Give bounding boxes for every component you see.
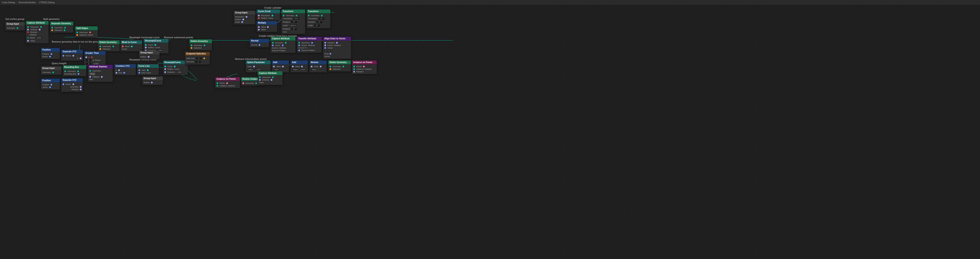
- section-remove-inter: Remove intermediate points: [235, 58, 267, 60]
- curve-line-node[interactable]: Curve Line Start End Curve: [137, 64, 159, 75]
- transform-node-1[interactable]: Transform Geometry Translation 0 m Rotat…: [282, 10, 305, 34]
- separate-geom-body: Geometry Selection: [50, 25, 73, 33]
- delete-geom-body-1: Geometry Selection: [98, 44, 120, 51]
- capture-attr-node-3[interactable]: Capture Attribute Geometry Vector Source…: [270, 37, 296, 53]
- group-input-header-2: Group Input: [139, 51, 160, 54]
- breadcrumb-sep-2: ›: [37, 1, 38, 4]
- transform-body-1: Geometry Translation 0 m Rotation 0° Sca…: [282, 13, 305, 34]
- group-input-body-1: Geometry: [5, 26, 25, 30]
- resample-curve-v-header: ResampleCurve: [163, 61, 188, 64]
- modulo-body: Value Value: [310, 64, 327, 72]
- transfer-attr-node[interactable]: Transfer Attribute Geometry Vector Attri…: [297, 37, 322, 53]
- endpoint-sel-body: Start Size 1 End Size 1: [185, 56, 210, 65]
- normal-header: Normal: [250, 39, 269, 43]
- instance-on-pts-body-1: Points Instance Instance: [215, 81, 240, 88]
- transform-body-2: Geometry Translation 0° Rotation 0° Scal…: [307, 13, 330, 28]
- multiply-node[interactable]: Multiply Value Value: [257, 21, 277, 32]
- group-input-node-4[interactable]: Group Input Geometry: [41, 66, 62, 75]
- position-header-1: Position: [41, 48, 60, 52]
- delete-geom-node-2[interactable]: Delete Geometry Geometry Selection: [189, 39, 212, 50]
- mesh-to-curve-node[interactable]: Mesh to Curve Mesh Curve: [121, 40, 142, 51]
- instance-on-pts-node-1[interactable]: Instance on Points Points Instance Insta…: [215, 77, 240, 88]
- resample-curve-h-header: ResampleCurve: [144, 39, 169, 43]
- multiply-header: Multiply: [257, 21, 277, 25]
- group-input-node-1[interactable]: Group Input Geometry: [5, 22, 25, 30]
- separate-xyz-header-1: Separate XYZ: [61, 50, 83, 53]
- section-split-geom: Split geometry: [43, 18, 59, 20]
- add-node-1[interactable]: Add Value Value: [272, 61, 289, 72]
- split-edges-header: Split Edges: [75, 26, 98, 30]
- align-euler-body: Rotation Factor Rotation Vector X: 1 Z: …: [323, 40, 351, 59]
- delete-geom-header-2: Delete Geometry: [189, 39, 212, 43]
- instance-on-pts-header-2: Instance on Points: [352, 61, 377, 64]
- position-node-2[interactable]: Position Position Vector: [41, 78, 60, 90]
- capture-attr-body-3: Geometry Vector Source Attribute Source …: [270, 40, 296, 53]
- group-input-ci-header: Group Input: [234, 11, 255, 14]
- separate-geom-header: Separate Geometry: [50, 22, 73, 25]
- breadcrumb-debug[interactable]: 270829.Debug: [39, 1, 54, 4]
- group-input-node-3[interactable]: Group Input Radius: [142, 77, 163, 85]
- capture-attr-node-1[interactable]: Capture Attribute Geometry Attribute Boo…: [26, 21, 49, 43]
- capture-attr-header-2: Capture Attribute: [258, 71, 283, 75]
- delete-geom-body-3: Geometry Selection: [328, 64, 351, 72]
- greater-than-node[interactable]: Greater Than A 0 B Result 0 0.094: [84, 51, 106, 67]
- spline-param-node[interactable]: Spline Parameter Index Value 1.000: [246, 61, 270, 72]
- group-input-ci-node[interactable]: Group Input Resolution Radius Scale: [234, 11, 255, 24]
- modulo-node[interactable]: Modulo Value Value: [310, 61, 327, 72]
- instance-on-pts-header-1: Instance on Points: [215, 77, 240, 81]
- breadcrumb-cube[interactable]: Cube.Debug: [2, 1, 15, 4]
- capture-attr-header-1: Capture Attribute: [26, 21, 49, 25]
- combine-xyz-header: Combine XYZ: [114, 64, 136, 68]
- group-input-body-3: Radius: [142, 80, 163, 85]
- group-input-body-4: Geometry: [41, 70, 62, 75]
- group-input-node-2[interactable]: Group Input Radius: [139, 51, 160, 59]
- separate-xyz-node-1[interactable]: Separate XYZ Vector Z: [61, 50, 83, 61]
- endpoint-sel-header: Endpoint Selection: [185, 52, 210, 56]
- section-query-height: Query height: [52, 62, 67, 65]
- combine-xyz-body: Z End: [114, 68, 136, 75]
- split-edges-node[interactable]: Split Edges Geometry Selection Mesh: [75, 26, 98, 37]
- mesh-to-curve-body: Mesh Curve: [121, 44, 142, 51]
- add-body-2: Value Value 2.000: [291, 64, 308, 72]
- endpoint-sel-node[interactable]: Endpoint Selection Start Size 1 End Size…: [185, 52, 210, 65]
- group-input-header-1: Group Input: [5, 22, 25, 26]
- separate-xyz-body-1: Vector Z: [61, 53, 83, 61]
- position-node-1[interactable]: Position Position Vector: [41, 48, 60, 59]
- resample-curve-v-body: Curve Radius Curve Distance 0.868: [163, 64, 188, 75]
- multiply-body: Value Value: [257, 25, 277, 32]
- capture-attr-header-3: Capture Attribute: [270, 37, 296, 40]
- attribute-stat-node[interactable]: Attribute Statistic Geometry Float Attri…: [88, 65, 113, 82]
- transform-node-2[interactable]: Transform Geometry Translation 0° Rotati…: [307, 10, 330, 28]
- bounding-box-node[interactable]: Bounding Box Geometry Bounding Box: [63, 65, 86, 76]
- resample-curve-v-node[interactable]: ResampleCurve Curve Radius Curve Distanc…: [163, 61, 188, 75]
- node-canvas[interactable]: Get vertex group Split geometry Remove g…: [0, 5, 980, 259]
- add-header-2: Add: [291, 61, 308, 64]
- mesh-to-curve-header: Mesh to Curve: [121, 40, 142, 44]
- combine-xyz-node[interactable]: Combine XYZ Z End: [114, 64, 136, 75]
- capture-attr-body-2: Geometry Attribute Index: [258, 75, 283, 85]
- delete-geom-node-1[interactable]: Delete Geometry Geometry Selection: [98, 40, 120, 51]
- transfer-attr-body: Geometry Vector Attribute Nearest Tri...…: [297, 40, 322, 53]
- delete-geom-node-3[interactable]: Delete Geometry Geometry Selection: [328, 61, 351, 72]
- bounding-box-header: Bounding Box: [63, 65, 86, 69]
- capture-attr-node-2[interactable]: Capture Attribute Geometry Attribute Ind…: [258, 71, 283, 85]
- add-node-2[interactable]: Add Value Value 2.000: [291, 61, 308, 72]
- normal-body: Normal: [250, 43, 269, 47]
- separate-geom-node[interactable]: Separate Geometry Geometry Selection: [50, 22, 73, 33]
- separate-xyz-node-2[interactable]: Separate XYZ Vector Geometry Attribute: [61, 78, 83, 92]
- breadcrumb-geonodes[interactable]: GeometryNodes: [18, 1, 36, 4]
- instance-on-pts-node-2[interactable]: Instance on Points Points Instance Insta…: [352, 61, 377, 74]
- bounding-box-body: Geometry Bounding Box: [63, 69, 86, 76]
- attribute-stat-body: Geometry Float Attribute Max: [88, 69, 113, 82]
- position-body-1: Position Vector: [41, 52, 60, 59]
- section-remove-outer: Remove outermost points: [164, 36, 193, 39]
- curve-circle-header: Curve Circle: [257, 10, 280, 13]
- group-input-header-3: Group Input: [142, 77, 163, 80]
- curve-circle-node[interactable]: Curve Circle Resolution Radius Curve: [257, 10, 280, 21]
- normal-node[interactable]: Normal Normal: [250, 39, 269, 47]
- attribute-stat-header: Attribute Statistic: [88, 65, 113, 69]
- separate-xyz-body-2: Vector Geometry Attribute: [61, 82, 83, 92]
- align-euler-node[interactable]: Align Euler to Vector Rotation Factor Ro…: [323, 37, 351, 59]
- group-input-body-2: Radius: [139, 54, 160, 59]
- section-remove-ground: Remove geometry that is not on the groun…: [52, 40, 101, 43]
